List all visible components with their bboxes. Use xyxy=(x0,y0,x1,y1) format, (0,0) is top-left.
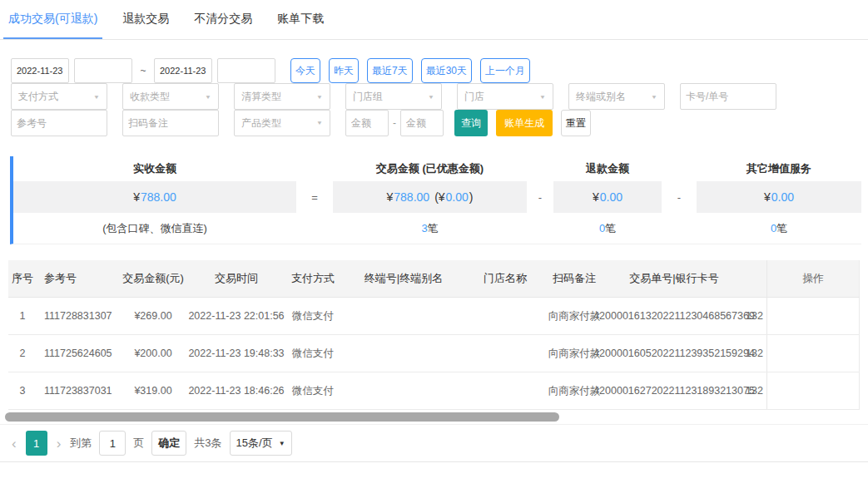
currency-symbol: ¥ xyxy=(764,190,771,204)
amount-max-input[interactable] xyxy=(400,110,444,136)
page-size-value: 15条/页 xyxy=(236,436,273,451)
pay-method-select[interactable]: 支付方式 ▼ xyxy=(11,83,107,110)
summary-title: 交易金额 (已优惠金额) xyxy=(333,156,527,181)
table-row: 3 111723837031 ¥319.00 2022-11-23 18:46:… xyxy=(8,372,860,410)
cell-pay-method: 微信支付 xyxy=(283,372,343,409)
header-remark: 扫码备注 xyxy=(546,260,603,297)
cell-terminal xyxy=(343,372,464,409)
page-unit-label: 页 xyxy=(133,436,144,451)
cell-ref-no: 111725624605 xyxy=(37,335,117,372)
start-date-input[interactable] xyxy=(11,58,69,83)
tab-success-transactions[interactable]: 成功交易(可退款) xyxy=(3,0,102,39)
horizontal-scrollbar-thumb[interactable] xyxy=(5,412,559,422)
tab-refund-transactions[interactable]: 退款交易 xyxy=(117,0,174,39)
cell-amount: ¥200.00 xyxy=(117,335,190,372)
receipt-type-select[interactable]: 收款类型 ▼ xyxy=(122,83,219,110)
tab-bill-download[interactable]: 账单下载 xyxy=(272,0,329,39)
reset-button[interactable]: 重置 xyxy=(561,110,591,136)
pagination-bar: ‹ 1 › 到第 页 确定 共3条 15条/页 ▼ xyxy=(0,424,868,462)
quick-range-last7days-button[interactable]: 最近7天 xyxy=(367,58,413,83)
summary-count: 3 xyxy=(421,222,427,234)
amount-min-input[interactable] xyxy=(345,110,389,136)
start-time-input[interactable] xyxy=(74,58,132,83)
ref-no-input[interactable] xyxy=(11,110,107,136)
cell-time: 2022-11-23 18:46:26 xyxy=(190,372,283,409)
tab-bar: 成功交易(可退款) 退款交易 不清分交易 账单下载 xyxy=(0,0,868,40)
end-time-input[interactable] xyxy=(217,58,275,83)
select-filter-row: 支付方式 ▼ 收款类型 ▼ 清算类型 ▼ 门店组 ▼ 门店 ▼ 终端或别名 ▼ xyxy=(11,83,857,110)
cell-trade-no: 4200001627202211231893213075 xyxy=(603,372,746,409)
discount-value: 0.00 xyxy=(446,190,469,204)
summary-value: 788.00 xyxy=(394,190,429,204)
input-filter-row: 产品类型 ▼ - 查询 账单生成 重置 xyxy=(11,110,857,136)
card-no-input[interactable] xyxy=(680,83,776,110)
page-size-select[interactable]: 15条/页 ▼ xyxy=(230,431,292,456)
tab-unsettled-transactions[interactable]: 不清分交易 xyxy=(189,0,257,39)
summary-count: 0 xyxy=(599,222,605,234)
chevron-down-icon: ▼ xyxy=(316,120,323,126)
store-group-select[interactable]: 门店组 ▼ xyxy=(345,83,442,110)
header-pay-method: 支付方式 xyxy=(283,260,343,297)
goto-page-input[interactable] xyxy=(99,431,126,456)
cell-amount: ¥319.00 xyxy=(117,372,190,409)
prev-page-icon[interactable]: ‹ xyxy=(10,436,18,451)
horizontal-scrollbar-track xyxy=(5,412,863,422)
summary-count-unit: 笔 xyxy=(605,221,616,236)
cell-pay-method: 微信支付 xyxy=(283,298,343,334)
search-button[interactable]: 查询 xyxy=(454,110,488,136)
header-amount: 交易金额(元) xyxy=(117,260,190,297)
chevron-down-icon: ▼ xyxy=(316,93,323,99)
date-range-separator: ~ xyxy=(137,65,149,76)
quick-range-last30days-button[interactable]: 最近30天 xyxy=(421,58,472,83)
quick-range-lastmonth-button[interactable]: 上一个月 xyxy=(480,58,530,83)
table-row: 1 111728831307 ¥269.00 2022-11-23 22:01:… xyxy=(8,298,860,335)
summary-title: 实收金额 xyxy=(13,156,296,181)
current-page-button[interactable]: 1 xyxy=(26,431,47,456)
header-index: 序号 xyxy=(8,260,37,297)
goto-label: 到第 xyxy=(70,436,92,451)
cell-operation xyxy=(766,372,860,409)
cell-card-no: 132 xyxy=(746,372,766,409)
total-count-label: 共3条 xyxy=(194,436,221,451)
date-filter-row: ~ 今天 昨天 最近7天 最近30天 上一个月 xyxy=(11,58,857,83)
confirm-page-button[interactable]: 确定 xyxy=(151,431,186,456)
next-page-icon[interactable]: › xyxy=(55,436,63,451)
cell-trade-no: 4200001605202211239352159294 xyxy=(603,335,746,372)
cell-operation xyxy=(766,298,860,334)
cell-time: 2022-11-23 19:48:33 xyxy=(190,335,283,372)
chevron-down-icon: ▼ xyxy=(279,440,285,447)
cell-terminal xyxy=(343,335,464,372)
summary-count-unit: 笔 xyxy=(776,221,787,236)
header-operation: 操作 xyxy=(766,260,860,297)
end-date-input[interactable] xyxy=(154,58,212,83)
summary-count: 0 xyxy=(771,222,776,234)
summary-operator-minus: - xyxy=(527,156,553,244)
summary-transaction-amount: 交易金额 (已优惠金额) ¥ 788.00 (¥ 0.00 ) 3 笔 xyxy=(333,156,527,244)
cell-trade-no: 4200001613202211230468567369 xyxy=(603,298,746,334)
header-store: 门店名称 xyxy=(464,260,546,297)
product-type-select[interactable]: 产品类型 ▼ xyxy=(234,110,330,136)
chevron-down-icon: ▼ xyxy=(651,93,657,99)
summary-operator-minus: - xyxy=(662,156,697,244)
chevron-down-icon: ▼ xyxy=(205,93,211,99)
quick-range-today-button[interactable]: 今天 xyxy=(290,58,320,83)
header-ref-no: 参考号 xyxy=(37,260,117,297)
cell-index: 2 xyxy=(8,335,37,372)
quick-range-yesterday-button[interactable]: 昨天 xyxy=(329,58,359,83)
header-terminal: 终端号|终端别名 xyxy=(343,260,464,297)
discount-open: (¥ xyxy=(434,190,444,204)
settlement-type-select[interactable]: 清算类型 ▼ xyxy=(234,83,330,110)
chevron-down-icon: ▼ xyxy=(539,93,546,99)
cell-terminal xyxy=(343,298,464,334)
terminal-alias-select[interactable]: 终端或别名 ▼ xyxy=(568,83,665,110)
table-row: 2 111725624605 ¥200.00 2022-11-23 19:48:… xyxy=(8,335,860,372)
chevron-down-icon: ▼ xyxy=(428,93,434,99)
cell-card-no: 132 xyxy=(746,298,766,334)
summary-value-added-services: 其它增值服务 ¥ 0.00 0 笔 xyxy=(697,156,861,244)
generate-bill-button[interactable]: 账单生成 xyxy=(496,110,553,136)
cell-operation xyxy=(766,335,860,372)
summary-note: (包含口碑、微信直连) xyxy=(13,213,296,244)
scan-remark-input[interactable] xyxy=(122,110,219,136)
store-select[interactable]: 门店 ▼ xyxy=(457,83,553,110)
chevron-down-icon: ▼ xyxy=(93,93,100,99)
